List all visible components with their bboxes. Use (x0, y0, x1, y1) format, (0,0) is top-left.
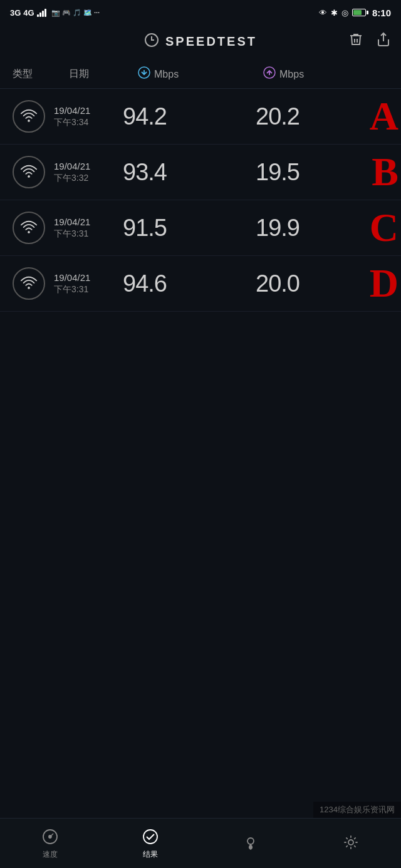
results-list: 19/04/21 下午3:34 94.2 20.2 A 19/04/21 下午3… (0, 89, 401, 312)
date-main-C: 19/04/21 (54, 217, 123, 227)
speedtest-logo-icon (144, 33, 159, 51)
settings-nav-icon (341, 832, 361, 852)
nav-speed[interactable]: 速度 (0, 827, 100, 860)
date-col-B: 19/04/21 下午3:32 (54, 161, 123, 184)
signal-bars (37, 8, 46, 17)
col-header-date: 日期 (69, 68, 138, 81)
date-col-A: 19/04/21 下午3:34 (54, 105, 123, 128)
col-up-label: Mbps (279, 69, 304, 80)
svg-point-8 (28, 231, 30, 233)
nav-speed-label: 速度 (43, 849, 58, 860)
date-time-A: 下午3:34 (54, 117, 123, 128)
location-icon: ◎ (341, 8, 348, 18)
result-row-B[interactable]: 19/04/21 下午3:32 93.4 19.5 B (0, 145, 401, 200)
col-down-label: Mbps (154, 69, 179, 80)
date-main-A: 19/04/21 (54, 105, 123, 116)
svg-point-14 (348, 840, 353, 845)
nav-results-label: 结果 (143, 849, 158, 860)
speed-down-A: 94.2 (123, 103, 256, 130)
header-actions (348, 32, 391, 51)
speed-up-B: 19.5 (256, 159, 388, 186)
carrier-4g: 4G (23, 8, 34, 18)
svg-point-13 (247, 838, 254, 844)
header-title-group: SPEEDTEST (144, 33, 257, 51)
eye-icon: 👁 (319, 8, 327, 18)
date-time-B: 下午3:32 (54, 173, 123, 184)
nav-map[interactable] (200, 832, 301, 855)
speed-down-B: 93.4 (123, 159, 256, 186)
results-nav-icon (140, 827, 160, 847)
col-header-type: 类型 (13, 68, 69, 81)
app-header: SPEEDTEST (0, 23, 401, 60)
date-time-C: 下午3:31 (54, 228, 123, 240)
speed-down-D: 94.6 (123, 270, 256, 297)
time-display: 8:10 (372, 8, 391, 18)
share-button[interactable] (376, 32, 391, 51)
row-label-A: A (370, 96, 398, 136)
carrier-3g: 3G (10, 8, 21, 18)
speed-up-A: 20.2 (256, 103, 388, 130)
row-label-C: C (370, 208, 398, 248)
app-title: SPEEDTEST (165, 34, 257, 49)
speed-down-C: 91.5 (123, 215, 256, 242)
date-time-D: 下午3:31 (54, 284, 123, 295)
bottom-nav: 速度 结果 (0, 818, 401, 868)
row-label-D: D (370, 263, 398, 304)
svg-point-11 (49, 835, 51, 838)
speed-up-C: 19.9 (256, 215, 388, 242)
svg-point-7 (28, 175, 30, 178)
watermark: 1234综合娱乐资讯网 (313, 802, 401, 818)
nav-results[interactable]: 结果 (100, 827, 200, 860)
upload-arrow-icon (263, 66, 276, 82)
wifi-icon-wrap-A (13, 100, 45, 133)
svg-point-12 (143, 830, 157, 844)
battery-icon (352, 9, 368, 16)
result-row-D[interactable]: 19/04/21 下午3:31 94.6 20.0 D (0, 256, 401, 312)
status-left: 3G 4G 📷 🎮 🎵 🗺️ ··· (10, 8, 100, 18)
row-label-B: B (372, 152, 398, 192)
map-nav-icon (241, 832, 261, 852)
wifi-icon-wrap-B (13, 156, 45, 188)
wifi-icon-wrap-C (13, 212, 45, 244)
date-main-D: 19/04/21 (54, 272, 123, 283)
bluetooth-icon: ✱ (331, 8, 338, 18)
date-col-D: 19/04/21 下午3:31 (54, 272, 123, 295)
col-header-down: Mbps (138, 66, 263, 82)
wifi-icon-wrap-D (13, 267, 45, 300)
column-headers: 类型 日期 Mbps Mbps (0, 60, 401, 89)
speed-nav-icon (40, 827, 60, 847)
notification-icons: 📷 🎮 🎵 🗺️ ··· (51, 9, 100, 17)
download-arrow-icon (138, 66, 150, 82)
result-row-A[interactable]: 19/04/21 下午3:34 94.2 20.2 A (0, 89, 401, 145)
svg-point-9 (28, 287, 30, 289)
delete-button[interactable] (348, 32, 363, 51)
date-main-B: 19/04/21 (54, 161, 123, 171)
status-right: 👁 ✱ ◎ 8:10 (319, 8, 391, 18)
speed-up-D: 20.0 (256, 270, 388, 297)
status-bar: 3G 4G 📷 🎮 🎵 🗺️ ··· 👁 ✱ ◎ 8:10 (0, 0, 401, 23)
svg-point-6 (28, 120, 30, 122)
col-header-up: Mbps (263, 66, 388, 82)
date-col-C: 19/04/21 下午3:31 (54, 217, 123, 240)
result-row-C[interactable]: 19/04/21 下午3:31 91.5 19.9 C (0, 200, 401, 256)
nav-settings[interactable] (301, 832, 401, 855)
